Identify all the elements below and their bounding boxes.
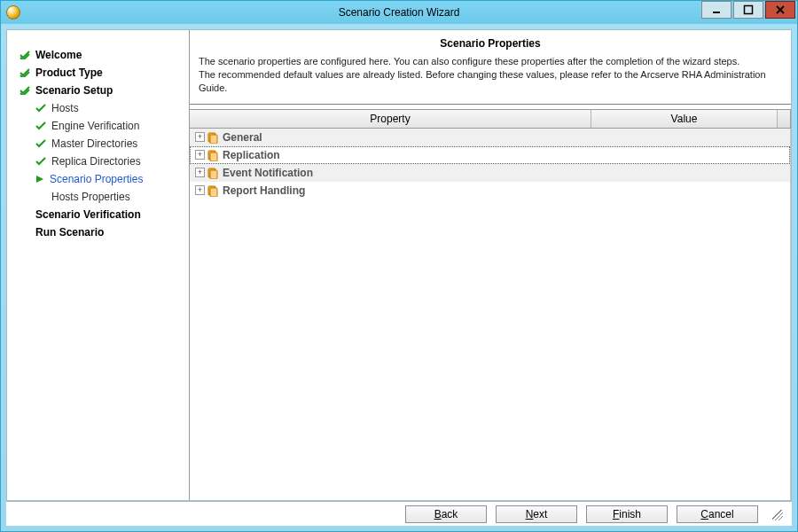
btn-text: ext [533,508,547,520]
nav-label: Replica Directories [51,155,141,168]
nav-scenario-verification[interactable]: Scenario Verification [20,206,182,223]
spacer-icon [35,192,46,201]
nav-label: Scenario Verification [35,208,141,221]
column-property[interactable]: Property [190,110,591,128]
row-report-handling[interactable]: + Report Handling [190,182,790,200]
category-icon [207,131,219,144]
wizard-window: Scenario Creation Wizard Welcome [0,0,798,532]
expand-icon[interactable]: + [195,150,205,160]
close-icon [775,4,786,15]
svg-rect-8 [210,170,217,179]
row-general[interactable]: + General [190,129,790,146]
svg-rect-10 [210,188,217,197]
nav-label: Hosts [51,102,79,114]
app-icon [6,5,20,20]
check-icon [20,51,30,59]
main-panel: Scenario Properties The scenario propert… [189,30,791,500]
page-header: Scenario Properties The scenario propert… [190,30,791,105]
window-controls [701,1,797,24]
expand-icon[interactable]: + [195,185,205,195]
category-icon [207,184,219,197]
next-button[interactable]: Next [496,505,577,523]
nav-master-directories[interactable]: Master Directories [20,135,182,153]
btn-text: ack [442,508,458,520]
resize-grip[interactable] [771,508,783,520]
row-label: Event Notification [223,167,313,179]
check-icon [35,139,46,148]
btn-text: inish [619,508,641,520]
wizard-nav: Welcome Product Type Scenario Setup Host… [7,30,189,500]
mnemonic: C [700,508,708,520]
check-icon [20,86,30,95]
page-title: Scenario Properties [199,37,782,50]
minimize-icon [711,4,722,15]
column-value[interactable]: Value [591,110,778,128]
check-icon [35,121,46,130]
nav-engine-verification[interactable]: Engine Verification [20,117,182,135]
page-description-2: The recommended default values are alrea… [199,68,782,95]
nav-label: Run Scenario [35,226,104,239]
row-label: General [223,131,262,144]
back-button[interactable]: Back [405,505,487,523]
maximize-button[interactable] [733,1,763,19]
btn-text: ancel [708,508,734,520]
category-icon [207,167,219,179]
row-event-notification[interactable]: + Event Notification [190,164,790,182]
grid-body[interactable]: + General + [190,129,791,500]
client-area: Welcome Product Type Scenario Setup Host… [1,24,797,531]
nav-replica-directories[interactable]: Replica Directories [20,153,182,170]
svg-rect-0 [713,12,720,13]
category-icon [207,149,219,161]
check-icon [35,104,46,113]
wizard-footer: Back Next Finish Cancel [6,501,792,526]
maximize-icon [743,4,754,15]
nav-scenario-properties[interactable]: Scenario Properties [20,170,182,188]
nav-label: Product Type [35,66,103,79]
nav-run-scenario[interactable]: Run Scenario [20,223,182,241]
titlebar: Scenario Creation Wizard [1,1,797,24]
nav-hosts[interactable]: Hosts [20,99,182,117]
nav-label: Hosts Properties [51,191,130,203]
grid-header: Property Value [190,109,791,129]
content-panel: Welcome Product Type Scenario Setup Host… [6,29,792,501]
minimize-button[interactable] [701,1,732,19]
arrow-icon [35,175,44,184]
scroll-gutter [778,110,790,128]
nav-scenario-setup[interactable]: Scenario Setup [20,82,182,99]
row-label: Report Handling [223,184,305,197]
finish-button[interactable]: Finish [586,505,668,523]
nav-label: Welcome [35,49,82,61]
nav-product-type[interactable]: Product Type [20,64,182,82]
row-label: Replication [223,149,280,161]
nav-welcome[interactable]: Welcome [20,46,182,64]
cancel-button[interactable]: Cancel [677,505,758,523]
nav-label: Master Directories [51,137,137,150]
nav-label: Scenario Setup [35,84,113,97]
svg-marker-2 [36,176,43,183]
properties-grid: Property Value + General [190,108,791,500]
nav-label: Engine Verification [51,120,139,132]
check-icon [35,157,46,166]
mnemonic: B [434,508,442,520]
svg-rect-4 [210,135,217,144]
spacer-icon [20,210,30,219]
nav-label: Scenario Properties [50,173,143,185]
page-description-1: The scenario properties are configured h… [199,55,782,68]
svg-rect-1 [745,6,753,14]
check-icon [20,68,30,77]
nav-hosts-properties[interactable]: Hosts Properties [20,188,182,206]
window-title: Scenario Creation Wizard [339,6,460,19]
svg-rect-6 [210,153,217,161]
spacer-icon [20,228,30,237]
expand-icon[interactable]: + [195,168,205,177]
close-button[interactable] [765,1,795,19]
expand-icon[interactable]: + [195,132,205,142]
row-replication[interactable]: + Replication [190,146,790,164]
